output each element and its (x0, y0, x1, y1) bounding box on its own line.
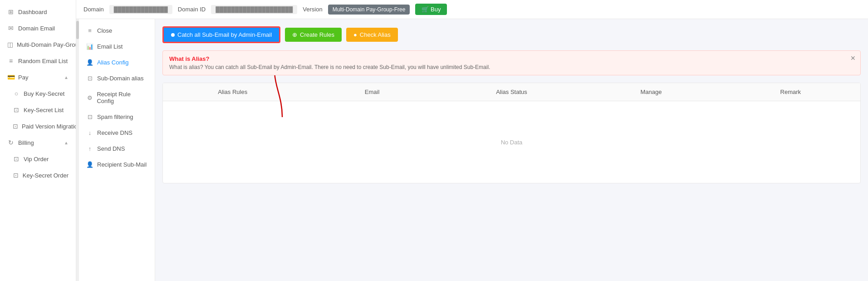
action-row: Catch all Sub-Email by Admin-Email ⊕ Cre… (162, 26, 861, 43)
buy-key-icon: ○ (13, 90, 20, 97)
info-box: What is Alias? What is alias? You can ca… (162, 50, 861, 75)
create-rules-button[interactable]: ⊕ Create Rules (285, 28, 342, 42)
spam-icon: ⊡ (86, 113, 93, 120)
version-label: Version (303, 6, 322, 13)
main-area: Domain ██████████████ Domain ID ████████… (76, 0, 868, 281)
catch-all-button[interactable]: Catch all Sub-Email by Admin-Email (162, 26, 280, 43)
table-header: Alias Rules Email Alias Status Manage Re… (163, 83, 860, 101)
pay-icon: 💳 (7, 74, 15, 81)
alias-table: Alias Rules Email Alias Status Manage Re… (162, 83, 861, 183)
domain-value: ██████████████ (109, 5, 172, 14)
sidebar-item-pay[interactable]: 💳 Pay ▲ (0, 69, 76, 85)
sidebar-item-paid-version[interactable]: ⊡ Paid Version Migration (0, 118, 76, 134)
submenu-close[interactable]: ≡ Close (79, 23, 155, 39)
sidebar: ⊞ Dashboard ✉ Domain Email ◫ Multi-Domai… (0, 0, 76, 281)
sidebar-item-billing[interactable]: ↻ Billing ▲ (0, 134, 76, 151)
submenu-receive-dns[interactable]: ↓ Receive DNS (79, 125, 155, 141)
col-manage: Manage (581, 83, 721, 101)
recipient-icon: 👤 (86, 161, 93, 168)
sidebar-item-buy-key-secret[interactable]: ○ Buy Key-Secret (0, 85, 76, 102)
billing-icon: ↻ (7, 139, 15, 146)
sidebar-item-key-secret-order[interactable]: ⊡ Key-Secret Order (0, 167, 76, 183)
list-icon: ≡ (7, 57, 15, 64)
receipt-rule-icon: ⚙ (86, 94, 93, 101)
key-secret-order-icon: ⊡ (13, 172, 19, 179)
col-alias-status: Alias Status (442, 83, 581, 101)
main-panel: Catch all Sub-Email by Admin-Email ⊕ Cre… (155, 19, 868, 281)
paid-version-icon: ⊡ (13, 123, 18, 130)
sidebar-item-random-email[interactable]: ≡ Random Email List (0, 53, 76, 69)
buy-button[interactable]: 🛒 Buy (415, 4, 447, 15)
content-area: ≡ Close 📊 Email List 👤 Alias Config ⊡ Su… (76, 19, 868, 281)
vip-icon: ⊡ (13, 155, 20, 163)
col-email: Email (302, 83, 441, 101)
info-box-text: What is alias? You can catch all Sub-Ema… (169, 64, 854, 70)
sidebar-item-domain-email[interactable]: ✉ Domain Email (0, 20, 76, 36)
key-secret-icon: ⊡ (13, 106, 20, 113)
version-badge: Multi-Domain Pay-Group-Free (328, 5, 410, 15)
close-icon: ≡ (86, 27, 93, 34)
plus-circle-icon: ⊕ (292, 31, 297, 38)
no-data-label: No Data (501, 139, 523, 146)
sidebar-item-vip-order[interactable]: ⊡ Vip Order (0, 151, 76, 167)
send-dns-icon: ↑ (86, 145, 93, 152)
multi-domain-icon: ◫ (7, 41, 13, 48)
table-body: No Data (163, 101, 860, 183)
topbar: Domain ██████████████ Domain ID ████████… (76, 0, 868, 19)
domain-id-label: Domain ID (178, 6, 206, 13)
col-remark: Remark (721, 83, 860, 101)
sidebar-item-multi-domain[interactable]: ◫ Multi-Domain Pay-Group (0, 36, 76, 53)
col-alias-rules: Alias Rules (163, 83, 302, 101)
info-box-title: What is Alias? (169, 55, 854, 62)
dot-icon (171, 33, 175, 37)
submenu-alias-config[interactable]: 👤 Alias Config (79, 54, 155, 70)
alias-config-icon: 👤 (86, 59, 93, 66)
submenu-send-dns[interactable]: ↑ Send DNS (79, 141, 155, 157)
submenu-spam-filtering[interactable]: ⊡ Spam filtering (79, 109, 155, 125)
receive-dns-icon: ↓ (86, 129, 93, 136)
domain-id-value: ████████████████████ (211, 5, 297, 14)
submenu-sub-domain-alias[interactable]: ⊡ Sub-Domain alias (79, 70, 155, 86)
sidebar-item-key-secret-list[interactable]: ⊡ Key-Secret List (0, 102, 76, 118)
sub-menu: ≡ Close 📊 Email List 👤 Alias Config ⊡ Su… (79, 19, 155, 281)
dashboard-icon: ⊞ (7, 8, 15, 15)
sub-domain-icon: ⊡ (86, 75, 93, 82)
chevron-up-icon: ▲ (64, 140, 69, 145)
submenu-email-list[interactable]: 📊 Email List (79, 39, 155, 54)
chevron-up-icon: ▲ (64, 75, 69, 80)
submenu-receipt-rule[interactable]: ⚙ Receipt Rule Config (79, 86, 155, 109)
chart-icon: 📊 (86, 43, 93, 50)
submenu-recipient-sub-mail[interactable]: 👤 Recipient Sub-Mail (79, 157, 155, 173)
email-icon: ✉ (7, 25, 15, 32)
info-box-close-button[interactable]: ✕ (850, 54, 856, 62)
check-alias-button[interactable]: ● Check Alias (346, 28, 398, 42)
warning-icon: ● (353, 31, 357, 38)
sidebar-item-dashboard[interactable]: ⊞ Dashboard (0, 4, 76, 20)
domain-label: Domain (83, 6, 104, 13)
